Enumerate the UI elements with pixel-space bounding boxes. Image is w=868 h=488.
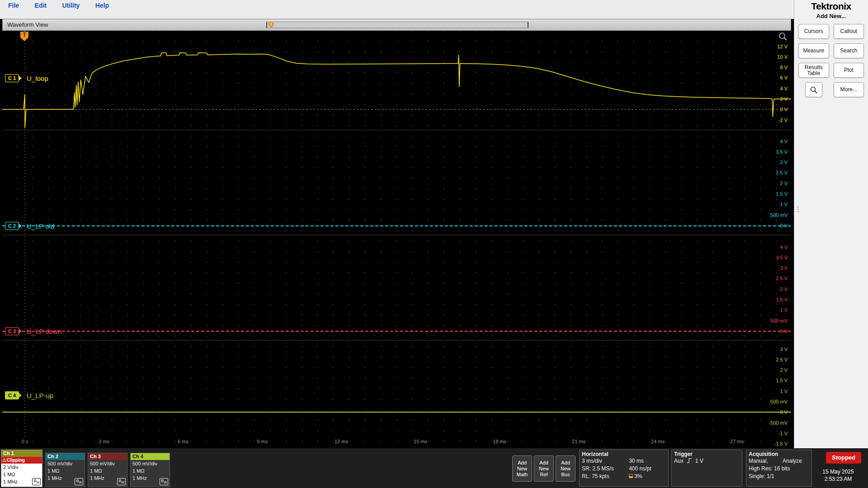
horizontal-badge[interactable]: Horizontal 3 ms/div30 ms SR: 2.5 MS/s400…: [579, 450, 669, 487]
rising-edge-icon: [686, 457, 693, 464]
y-scale-label: 10 V: [751, 54, 788, 60]
more-button[interactable]: More...: [834, 82, 864, 97]
y-scale-label: 1.5 V: [751, 191, 788, 197]
y-scale-label: 0 V: [751, 409, 788, 415]
y-scale-label: 1 V: [751, 307, 788, 313]
ch3-badge-tile[interactable]: Ch 3 500 mV/div 1 MΩ 1 MHz BW: [88, 453, 127, 487]
x-axis-label: 3 ms: [94, 439, 114, 444]
run-stop-status-button[interactable]: Stopped: [826, 452, 861, 464]
trigger-source: Aux: [674, 457, 684, 465]
y-scale-label: 500 mV: [751, 212, 788, 218]
zoom-tool-button[interactable]: [805, 82, 822, 97]
sample-rate: SR: 2.5 MS/s: [582, 465, 629, 473]
waveform-view-titlebar: Waveform View T: [2, 19, 791, 31]
date: 15 May 2025: [812, 468, 864, 475]
y-scale-label: 1 V: [751, 202, 788, 207]
ch1-scale: 2 V/div: [1, 464, 42, 471]
channel-label-u-lp-old[interactable]: U_LP old: [27, 222, 54, 230]
plot-button[interactable]: Plot: [834, 63, 864, 78]
plot-magnifier-icon[interactable]: [778, 32, 788, 42]
record-length: RL: 75 kpts: [582, 473, 629, 480]
trigger-badge[interactable]: Trigger Aux 1 V: [671, 450, 742, 487]
results-table-button[interactable]: Results Table: [798, 63, 829, 78]
measure-button[interactable]: Measure: [798, 43, 829, 58]
ch3-scale: 500 mV/div: [88, 460, 127, 467]
ch3-tile-header: Ch 3: [88, 453, 127, 460]
x-axis-label: 15 ms: [410, 439, 431, 444]
y-scale-label: 0 V: [751, 223, 788, 228]
y-scale-label: -1.5 V: [751, 441, 788, 446]
ch4-badge-tile[interactable]: Ch 4 500 mV/div 1 MΩ 1 MHz BW: [130, 453, 170, 487]
panel-splitter-handle[interactable]: ⋮: [795, 208, 798, 211]
callout-button[interactable]: Callout: [834, 24, 864, 39]
x-axis-label: 24 ms: [647, 439, 668, 444]
channel-badge-c1[interactable]: C 1: [5, 74, 19, 82]
memory-usage: 3%: [629, 473, 642, 480]
x-axis-label: 18 ms: [489, 439, 510, 444]
analyze-label: Analyze: [783, 457, 802, 465]
y-scale-label: 6 V: [751, 75, 788, 80]
search-button[interactable]: Search: [834, 43, 864, 58]
y-scale-label: 0 V: [751, 107, 788, 112]
ch2-tile-header: Ch 2: [46, 453, 85, 460]
y-scale-label: 3.5 V: [751, 255, 788, 260]
x-axis-label: 12 ms: [331, 439, 352, 444]
acquisition-mode: Manual,: [749, 457, 783, 465]
y-scale-label: 2.5 V: [751, 170, 788, 175]
channel-label-u-lp-down[interactable]: U_LP down: [27, 328, 61, 335]
magnifier-icon: [810, 86, 818, 94]
sidebar: Tektronix Add New... Cursors Callout Mea…: [794, 0, 868, 448]
channel-badge-c4[interactable]: C 4: [5, 391, 19, 399]
horizontal-window: 30 ms: [629, 457, 644, 465]
y-scale-label: 3 V: [751, 265, 788, 271]
waveform-svg: [2, 31, 791, 448]
x-axis-label: 6 ms: [173, 439, 193, 444]
y-scale-label: 1.5 V: [751, 378, 788, 383]
acquisition-overview-bar[interactable]: T: [266, 22, 528, 28]
y-scale-label: -2 V: [751, 117, 788, 123]
menu-edit[interactable]: Edit: [35, 0, 47, 11]
y-scale-label: 1.5 V: [751, 297, 788, 302]
channel-badge-c3[interactable]: C 3: [5, 327, 19, 335]
overview-trigger-icon[interactable]: T: [269, 23, 274, 28]
y-scale-label: 2 V: [751, 181, 788, 186]
y-scale-label: 3.5 V: [751, 149, 788, 155]
y-scale-label: 500 mV: [751, 318, 788, 324]
channel-label-u-lp-up[interactable]: U_LP-up: [27, 392, 53, 399]
add-new-bus-button[interactable]: AddNewBus: [556, 455, 576, 482]
ch1-tile-header: Ch 1: [1, 450, 42, 457]
ch2-badge-tile[interactable]: Ch 2 500 mV/div 1 MΩ 1 MHz BW: [45, 453, 85, 487]
memory-usage-icon: [629, 474, 633, 478]
ch1-bw-limit-icon: BW: [32, 478, 41, 485]
y-scale-label: 2 V: [751, 286, 788, 292]
y-scale-label: 500 mV: [751, 399, 788, 404]
channel-label-u-loop[interactable]: U_loop: [27, 75, 48, 82]
add-new-ref-button[interactable]: AddNewRef: [534, 455, 554, 482]
y-scale-label: 12 V: [751, 44, 788, 49]
menu-utility[interactable]: Utility: [62, 0, 80, 11]
y-scale-label: 4 V: [751, 244, 788, 250]
acquisition-badge[interactable]: Acquisition Manual,Analyze High Res: 16 …: [746, 450, 812, 487]
horizontal-title: Horizontal: [580, 450, 668, 457]
add-new-math-button[interactable]: AddNewMath: [512, 455, 532, 482]
warning-icon: ⚠: [2, 458, 6, 463]
x-axis-label: 21 ms: [568, 439, 589, 444]
menu-help[interactable]: Help: [95, 0, 109, 11]
ch1-clipping-warning: ⚠Clipping: [1, 457, 42, 464]
cursors-button[interactable]: Cursors: [798, 24, 829, 39]
y-scale-label: 4 V: [751, 86, 788, 91]
ch4-tile-header: Ch 4: [131, 453, 170, 460]
x-axis-label: 9 ms: [252, 439, 273, 444]
sample-interval: 400 ns/pt: [629, 465, 651, 473]
ch1-badge-tile[interactable]: Ch 1 ⚠Clipping 2 V/div 1 MΩ 1 MHz BW: [1, 450, 42, 487]
ch4-bw-limit-icon: BW: [160, 478, 168, 485]
ch1-impedance: 1 MΩ: [1, 471, 42, 478]
y-scale-label: 3 V: [751, 347, 788, 352]
sidebar-button-grid: Cursors Callout Measure Search Results T…: [798, 24, 864, 97]
channel-badge-c2[interactable]: C 2: [5, 222, 19, 230]
menu-file[interactable]: File: [8, 0, 19, 11]
y-scale-label: -1 V: [751, 431, 788, 436]
waveform-display[interactable]: T C 1 U_loop C 2 U_LP old C 3 U_LP down …: [2, 31, 791, 448]
y-scale-label: 3 V: [751, 160, 788, 165]
settings-bar: Ch 1 ⚠Clipping 2 V/div 1 MΩ 1 MHz BW Ch …: [0, 448, 868, 488]
